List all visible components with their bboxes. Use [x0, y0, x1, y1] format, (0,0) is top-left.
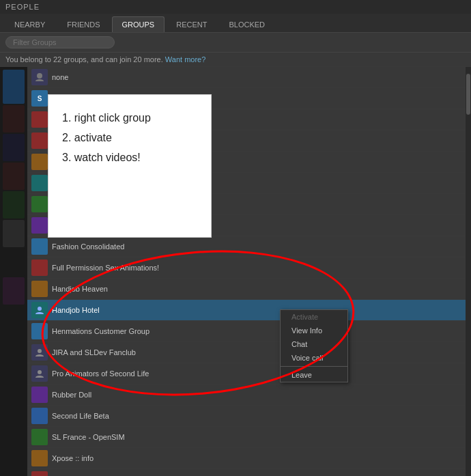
list-item-henmations[interactable]: Henmations Customer Group	[27, 321, 471, 342]
group-name-none: none	[52, 73, 68, 81]
list-item-pro-animators[interactable]: Pro Animators of Second Life	[27, 363, 471, 384]
tooltip-line3: 3. watch videos!	[62, 148, 197, 168]
list-item-sl-beta[interactable]: Second Life Beta	[27, 406, 471, 427]
info-text: You belong to 22 groups, and can join 20…	[5, 55, 163, 64]
group-icon	[31, 196, 48, 212]
list-item-sl-france[interactable]: SL France - OpenSIM	[27, 427, 471, 448]
group-icon-sl-beta	[31, 408, 48, 424]
list-item-rubber-doll[interactable]: Rubber Doll	[27, 384, 471, 406]
page-title: PEOPLE	[5, 3, 40, 11]
context-menu-leave[interactable]: Leave	[281, 368, 347, 382]
list-item-romancier[interactable]: [Romancier] Lover	[27, 469, 471, 476]
tab-nearby[interactable]: NEARBY	[4, 16, 55, 32]
group-name-fashion: Fashion Consolidated	[52, 242, 124, 251]
list-item-jira[interactable]: JIRA and SLDev Fanclub	[27, 342, 471, 363]
tooltip-box: 1. right click group 2. activate 3. watc…	[48, 94, 212, 238]
scrollbar[interactable]	[466, 67, 471, 476]
group-icon	[31, 111, 48, 128]
top-bar: PEOPLE	[0, 0, 471, 14]
list-item-fashion[interactable]: Fashion Consolidated	[27, 236, 471, 257]
svg-point-0	[37, 73, 42, 79]
side-icon-8	[3, 277, 25, 305]
group-icon-henmations	[31, 323, 48, 339]
left-sidebar-bg	[0, 67, 27, 476]
group-icon: S	[31, 90, 48, 107]
context-menu-view-info[interactable]: View Info	[281, 324, 347, 337]
svg-point-1	[38, 307, 42, 311]
context-menu-activate[interactable]: Activate	[281, 310, 347, 324]
group-icon-rubber-doll	[31, 387, 48, 403]
group-name-xpose: Xpose :: info	[52, 454, 94, 462]
side-icon-2	[3, 105, 25, 132]
list-item-full-perm[interactable]: Full Permission Sex Animations!	[27, 257, 471, 279]
group-icon	[31, 132, 48, 149]
tab-recent[interactable]: RECENT	[166, 16, 217, 32]
tab-blocked[interactable]: BLOCKED	[218, 16, 275, 32]
filter-groups-input[interactable]	[5, 36, 115, 48]
group-icon-pro-animators	[31, 365, 48, 382]
context-menu: Activate View Info Chat Voice call Leave	[280, 309, 348, 382]
group-name-sl-france: SL France - OpenSIM	[52, 433, 125, 441]
info-bar: You belong to 22 groups, and can join 20…	[0, 53, 471, 67]
side-icon-3	[3, 134, 25, 161]
side-icons	[0, 67, 27, 307]
group-item-none[interactable]: none	[27, 67, 471, 88]
want-more-link[interactable]: Want more?	[165, 55, 206, 64]
list-item-xpose[interactable]: Xpose :: info	[27, 448, 471, 469]
group-name-henmations: Henmations Customer Group	[52, 327, 149, 335]
group-list: none S	[27, 67, 471, 476]
group-icon	[31, 175, 48, 191]
tab-groups[interactable]: GROUPS	[112, 16, 165, 32]
context-menu-voice-call[interactable]: Voice call	[281, 351, 347, 365]
tab-bar: NEARBY FRIENDS GROUPS RECENT BLOCKED	[0, 14, 471, 33]
svg-point-3	[38, 370, 42, 374]
group-name-rubber-doll: Rubber Doll	[52, 391, 91, 399]
group-icon-sl-france	[31, 429, 48, 445]
group-icon-none	[31, 69, 48, 85]
tooltip-line2: 2. activate	[62, 128, 197, 148]
list-item-handjob-heaven[interactable]: Handjob Heaven	[27, 279, 471, 300]
group-icon	[31, 217, 48, 234]
filter-bar	[0, 33, 471, 53]
group-name-full-perm: Full Permission Sex Animations!	[52, 264, 159, 272]
group-icon-handjob-heaven	[31, 281, 48, 297]
group-name-handjob-hotel: Handjob Hotel	[52, 306, 100, 314]
group-icon-xpose	[31, 450, 48, 466]
group-name-sl-beta: Second Life Beta	[52, 412, 109, 420]
svg-point-2	[38, 349, 42, 353]
group-icon-fashion	[31, 238, 48, 255]
group-name-handjob-heaven: Handjob Heaven	[52, 285, 108, 293]
group-icon-jira	[31, 344, 48, 361]
group-icon-romancier	[31, 471, 48, 476]
scrollbar-thumb[interactable]	[466, 74, 470, 115]
group-icon-handjob-hotel	[31, 302, 48, 318]
group-icon-full-perm	[31, 260, 48, 276]
group-name-jira: JIRA and SLDev Fanclub	[52, 348, 136, 356]
context-menu-chat[interactable]: Chat	[281, 337, 347, 351]
list-item-handjob-hotel[interactable]: Handjob Hotel	[27, 300, 471, 321]
side-icon-1	[3, 70, 25, 104]
side-icon-4	[3, 163, 25, 190]
tab-friends[interactable]: FRIENDS	[57, 16, 110, 32]
tooltip-line1: 1. right click group	[62, 109, 197, 128]
side-icon-6	[3, 220, 25, 247]
main-content: none S	[0, 67, 471, 476]
side-icon-7	[3, 249, 25, 276]
group-icon	[31, 154, 48, 170]
side-icon-5	[3, 191, 25, 219]
group-name-pro-animators: Pro Animators of Second Life	[52, 369, 149, 378]
